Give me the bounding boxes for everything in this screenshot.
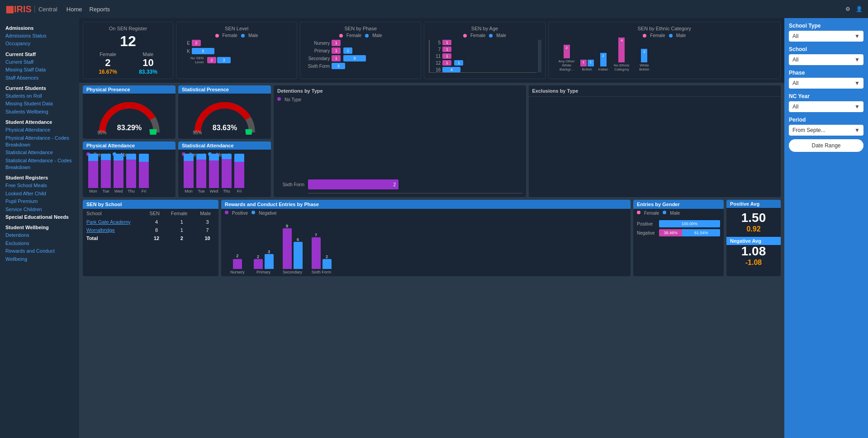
female-legend-label: Female xyxy=(223,33,237,38)
school-label: School xyxy=(789,46,863,52)
entries-panel: Entries by Gender Female Male Positive 1… xyxy=(633,200,724,276)
sidebar-item-service-children[interactable]: Service Children xyxy=(5,206,74,213)
ethnic-col-white-british: 2 White British xyxy=(635,49,653,71)
sen-phase-card: SEN by Phase Female Male Nursery 1 Prima… xyxy=(300,22,421,79)
sidebar-item-looked-after[interactable]: Looked After Child xyxy=(5,190,74,198)
phys-tue-label: Tue xyxy=(102,189,109,193)
sen-register-title: On SEN Register xyxy=(88,26,168,31)
sidebar-item-students-wellbeing[interactable]: Students Wellbeing xyxy=(5,108,74,116)
sidebar-item-wellbeing[interactable]: Wellbeing xyxy=(5,255,74,263)
rewards-panel: Rewards and Conduct Entries by Phase Pos… xyxy=(221,200,631,276)
sidebar-item-occupancy[interactable]: Occupancy xyxy=(5,40,74,47)
stat-wed: Wed xyxy=(209,154,219,193)
sidebar-item-staff-absences[interactable]: Staff Absences xyxy=(5,74,74,82)
entries-positive-label: Positive xyxy=(637,221,657,226)
detentions-panel: Detentions by Type No Type Sixth Form 2 xyxy=(274,85,526,197)
date-range-button[interactable]: Date Range xyxy=(789,139,863,152)
period-select[interactable]: From Septe... ▼ xyxy=(789,125,863,136)
female-legend-dot xyxy=(215,34,219,38)
rewards-legend: Positive Negative xyxy=(221,209,631,217)
ethnic-col-other-white: 2 Any Other White Backgr... xyxy=(558,45,576,71)
sen-female-val: 2 xyxy=(99,57,117,69)
sidebar-item-missing-staff[interactable]: Missing Staff Data xyxy=(5,66,74,74)
entries-male-label: Male xyxy=(670,211,680,216)
phase-secondary: Secondary 1 5 xyxy=(305,55,416,61)
parkgate-link[interactable]: Park Gate Academy xyxy=(86,219,131,225)
phase-select[interactable]: All ▼ xyxy=(789,78,863,89)
sen-level-chart: E 2 K 5 No SEN Level 2 xyxy=(181,40,292,64)
stat-tue: Tue xyxy=(196,154,206,193)
period-arrow: ▼ xyxy=(854,127,860,133)
sen-level-row-none: No SEN Level 2 3 xyxy=(181,56,292,64)
sidebar-item-statistical-codes[interactable]: Statistical Attendance - Codes Breakdown xyxy=(5,157,74,172)
sen-school-title: SEN by School xyxy=(83,200,218,209)
gear-icon[interactable]: ⚙ xyxy=(845,6,850,12)
sidebar-item-exclusions[interactable]: Exclusions xyxy=(5,240,74,247)
sen-phase-chart: Nursery 1 Primary 1 1 Secondary 1 5 Si xyxy=(305,40,416,69)
age-row-12: 12 1 1 xyxy=(432,60,536,66)
nav-home[interactable]: Home xyxy=(66,6,82,13)
physical-presence-panel: Physical Presence 83.29% 95% xyxy=(83,85,175,139)
school-type-label: School Type xyxy=(789,23,863,29)
sidebar-item-pupil-premium[interactable]: Pupil Premium xyxy=(5,198,74,205)
male-col-header: Male xyxy=(196,209,218,218)
nc-year-value: All xyxy=(792,104,798,110)
physical-bar-chart: Mon Tue xyxy=(86,157,172,193)
sen-none-male-bar: 3 xyxy=(217,57,231,63)
sidebar-item-physical-attendance[interactable]: Physical Attendance xyxy=(5,126,74,134)
school-type-select[interactable]: All ▼ xyxy=(789,31,863,42)
total-male: 10 xyxy=(196,234,218,242)
middle-section: Physical Presence 83.29% 95% xyxy=(79,83,784,200)
iris-logo-icon: ▩IRIS xyxy=(5,4,32,14)
sen-total: 12 xyxy=(88,33,168,50)
phys-thu-label: Thu xyxy=(128,189,135,193)
nc-year-select[interactable]: All ▼ xyxy=(789,101,863,112)
sen-male-pct: 83.33% xyxy=(139,69,157,75)
phys-fri-label: Fri xyxy=(142,189,147,193)
school-value: All xyxy=(792,57,798,63)
phys-thu: Thu xyxy=(126,154,136,193)
phase-female-dot xyxy=(339,34,343,38)
det-notype-dot xyxy=(277,97,281,101)
entries-negative-female-bar: 38.46% xyxy=(659,229,682,236)
sidebar-item-rewards[interactable]: Rewards and Conduct xyxy=(5,247,74,255)
sen-female-col: Female 2 16.67% xyxy=(99,52,117,75)
sidebar-item-sen[interactable]: Special Educational Needs xyxy=(5,213,74,221)
worralbridge-link[interactable]: Worralbridge xyxy=(86,227,115,233)
rewards-sixth: 7 2 Sixth Form xyxy=(312,233,332,274)
physical-attendance-panel: Physical Attendance Present Absent xyxy=(83,141,175,197)
physical-presence-gauge: 83.29% 95% xyxy=(86,96,172,135)
phase-label: Phase xyxy=(789,70,863,76)
male-legend-dot xyxy=(241,34,245,38)
sidebar-item-detentions[interactable]: Detentions xyxy=(5,231,74,239)
sidebar-item-free-meals[interactable]: Free School Meals xyxy=(5,182,74,189)
detentions-title: Detentions by Type xyxy=(274,85,526,96)
sidebar-item-physical-codes[interactable]: Physical Attendance - Codes Breakdown xyxy=(5,134,74,149)
sidebar-item-missing-student[interactable]: Missing Student Data xyxy=(5,100,74,108)
sidebar-item-students-roll[interactable]: Students on Roll xyxy=(5,92,74,100)
gauge-statistical-threshold: 95% xyxy=(193,130,202,135)
period-value: From Septe... xyxy=(792,127,825,133)
phase-nursery: Nursery 1 xyxy=(305,40,416,46)
statistical-attendance-title: Statistical Attendance xyxy=(178,141,271,150)
sen-level-title: SEN Level xyxy=(181,26,292,31)
sidebar-item-admissions-status[interactable]: Admissions Status xyxy=(5,32,74,40)
nav-reports[interactable]: Reports xyxy=(90,6,110,13)
female-col-header: Female xyxy=(167,209,197,218)
stat-wed-label: Wed xyxy=(210,189,218,193)
sidebar: Admissions Admissions Status Occupancy C… xyxy=(0,18,79,438)
sidebar-item-current-staff[interactable]: Current Staff xyxy=(5,58,74,66)
sidebar-section-current-students: Current Students xyxy=(5,85,74,91)
sidebar-item-statistical-attendance[interactable]: Statistical Attendance xyxy=(5,149,74,156)
statistical-attendance-panel: Statistical Attendance Present Absent xyxy=(178,141,271,197)
entries-title: Entries by Gender xyxy=(633,200,724,209)
detentions-legend: No Type xyxy=(274,96,526,103)
logo: ▩IRIS Central xyxy=(5,4,57,14)
sidebar-section-current-staff: Current Staff xyxy=(5,52,74,57)
sen-genders: Female 2 16.67% Male 10 83.33% xyxy=(88,52,168,75)
user-icon[interactable]: 👤 xyxy=(856,6,863,12)
sen-female-label: Female xyxy=(99,52,117,57)
sidebar-section-student-registers: Student Registers xyxy=(5,175,74,180)
sen-level-row-k: K 5 xyxy=(181,48,292,54)
school-select[interactable]: All ▼ xyxy=(789,54,863,65)
